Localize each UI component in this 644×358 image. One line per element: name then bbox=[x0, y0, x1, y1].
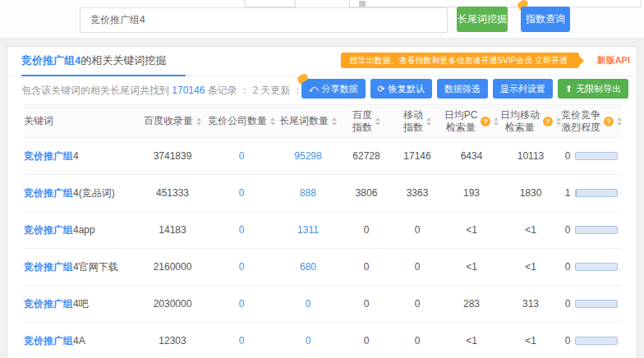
keyword-search-input[interactable] bbox=[80, 7, 448, 33]
恢复默认-button[interactable]: ⟳恢复默认 bbox=[370, 79, 432, 99]
pc-search-cell: 283 bbox=[443, 286, 500, 323]
summary-prefix: 包含该关键词的相关长尾词共找到 bbox=[21, 85, 172, 96]
longtail-count-cell-link[interactable]: 680 bbox=[300, 261, 316, 273]
keyword-cell: 竞价推广组4A bbox=[24, 323, 137, 358]
column-header[interactable]: 百度指数 bbox=[341, 105, 392, 138]
sort-icon[interactable] bbox=[494, 117, 499, 126]
column-header[interactable]: 移动指数 bbox=[392, 105, 443, 138]
bid-companies-cell: 0 bbox=[208, 323, 275, 358]
help-icon[interactable]: ? bbox=[481, 117, 490, 126]
table-row: 竞价推广组4A123030000<1<10 bbox=[24, 323, 622, 358]
table-body: 竞价推广组4374183909529862728171466434101130竞… bbox=[24, 138, 622, 358]
bid-heat-value: 0 bbox=[565, 150, 571, 162]
column-header-label: 竞价竞争激烈程度 bbox=[561, 109, 600, 134]
分享数据-button[interactable]: ⤺分享数据 bbox=[301, 79, 366, 99]
bid-companies-cell-link[interactable]: 0 bbox=[239, 335, 245, 347]
bid-companies-cell-link[interactable]: 0 bbox=[239, 224, 245, 236]
column-header[interactable]: 长尾词数量 bbox=[275, 105, 341, 138]
bid-heat-bar bbox=[575, 152, 618, 160]
column-header-label: 日均PC检索量 bbox=[444, 109, 478, 134]
bid-companies-cell-link[interactable]: 0 bbox=[239, 187, 245, 199]
result-summary: 包含该关键词的相关长尾词共找到 170146 条记录 ： 2 天更新 ： 查看教… bbox=[21, 84, 345, 98]
cropped-panel-edge bbox=[245, 0, 296, 7]
index-query-button[interactable]: 指数查询 bbox=[521, 7, 570, 32]
keyword-link[interactable]: 竞价推广组 bbox=[24, 187, 73, 199]
mobile-search-cell: 10113 bbox=[500, 138, 561, 175]
longtail-count-cell: 1311 bbox=[275, 212, 341, 249]
无限制导出-button[interactable]: ⬆无限制导出 bbox=[558, 79, 628, 99]
pc-index-cell: 62728 bbox=[341, 138, 392, 175]
pc-search-cell: <1 bbox=[443, 323, 500, 358]
sort-icon[interactable] bbox=[196, 117, 201, 126]
mobile-search-cell: <1 bbox=[500, 323, 561, 358]
longtail-count-cell-link[interactable]: 888 bbox=[300, 187, 316, 199]
keyword-link[interactable]: 竞价推广组 bbox=[24, 335, 73, 347]
keyword-link[interactable]: 竞价推广组 bbox=[24, 224, 73, 236]
export-icon: ⬆ bbox=[565, 85, 573, 94]
pc-search-cell: 6434 bbox=[443, 138, 500, 175]
数据筛选-button[interactable]: 数据筛选 bbox=[437, 79, 488, 99]
mobile-index-cell: 3363 bbox=[392, 175, 443, 212]
svip-promo-banner[interactable]: 想导出数据、查看指数和更多信息请开通SVIP会员 立即开通 bbox=[341, 53, 579, 68]
keyword-suffix: 4app bbox=[73, 224, 95, 236]
help-icon[interactable]: ? bbox=[543, 117, 553, 126]
pc-search-cell: <1 bbox=[443, 212, 500, 249]
bid-companies-cell: 0 bbox=[208, 138, 275, 175]
tab-row: 竞价推广组4的相关关键词挖掘 想导出数据、查看指数和更多信息请开通SVIP会员 … bbox=[7, 47, 637, 76]
longtail-count-cell-link[interactable]: 0 bbox=[306, 335, 311, 347]
keyword-cell: 竞价推广组4官网下载 bbox=[24, 249, 137, 286]
longtail-count-cell-link[interactable]: 1311 bbox=[297, 224, 319, 236]
table-row: 竞价推广组4官网下载2160000068000<1<10 bbox=[24, 249, 622, 286]
longtail-count-cell-link[interactable]: 95298 bbox=[294, 150, 321, 162]
sort-icon[interactable] bbox=[375, 117, 380, 126]
column-header-label: 日均移动检索量 bbox=[500, 109, 540, 134]
table-header-row: 关键词百度收录量竞价公司数量长尾词数量百度指数移动指数日均PC检索量?日均移动检… bbox=[24, 105, 622, 138]
pc-index-cell: 3806 bbox=[341, 175, 392, 212]
column-header-label: 百度指数 bbox=[352, 109, 372, 134]
longtail-count-cell-link[interactable]: 0 bbox=[306, 298, 311, 310]
help-icon[interactable]: ? bbox=[604, 117, 614, 126]
column-header[interactable]: 竞价公司数量 bbox=[208, 105, 275, 138]
refresh-icon: ⟳ bbox=[378, 85, 385, 94]
column-header-label: 移动指数 bbox=[403, 109, 423, 134]
result-panel: 竞价推广组4的相关关键词挖掘 想导出数据、查看指数和更多信息请开通SVIP会员 … bbox=[7, 46, 637, 358]
bid-companies-cell-link[interactable]: 0 bbox=[239, 298, 245, 310]
baidu-total-cell: 12303 bbox=[137, 323, 208, 358]
显示列设置-button[interactable]: 显示列设置 bbox=[493, 79, 553, 99]
toolbar-button-label: 分享数据 bbox=[322, 79, 358, 99]
column-header-label: 关键词 bbox=[24, 115, 53, 127]
column-header[interactable]: 百度收录量 bbox=[137, 105, 208, 138]
column-header: 关键词 bbox=[24, 105, 137, 138]
cropped-icon bbox=[359, 1, 366, 7]
tab-keyword-highlight: 竞价推广组4 bbox=[21, 54, 80, 67]
sort-icon[interactable] bbox=[332, 117, 337, 126]
mobile-search-cell: 313 bbox=[500, 286, 561, 323]
bid-companies-cell-link[interactable]: 0 bbox=[239, 261, 245, 273]
longtail-mine-button[interactable]: 长尾词挖掘 bbox=[457, 7, 508, 32]
keyword-link[interactable]: 竞价推广组 bbox=[24, 150, 73, 162]
table-row: 竞价推广组4(竞品词)45133308883806336319318301 bbox=[24, 175, 622, 212]
column-header[interactable]: 日均PC检索量? bbox=[443, 105, 500, 138]
sort-icon[interactable] bbox=[426, 117, 431, 126]
api-link[interactable]: 新版API bbox=[597, 54, 630, 67]
bid-heat-bar bbox=[575, 300, 618, 308]
bid-heat-value: 0 bbox=[565, 335, 571, 347]
column-header[interactable]: 日均移动检索量? bbox=[500, 105, 561, 138]
bid-heat-value: 0 bbox=[565, 224, 571, 236]
pc-index-cell: 0 bbox=[341, 286, 392, 323]
pc-index-cell: 0 bbox=[341, 212, 392, 249]
keyword-suffix: 4(竞品词) bbox=[73, 187, 115, 199]
column-header[interactable]: 竞价竞争激烈程度? bbox=[561, 105, 622, 138]
bid-companies-cell: 0 bbox=[208, 212, 275, 249]
bid-companies-cell-link[interactable]: 0 bbox=[239, 150, 245, 162]
keyword-link[interactable]: 竞价推广组 bbox=[24, 298, 73, 310]
keyword-link[interactable]: 竞价推广组 bbox=[24, 261, 73, 273]
sort-icon[interactable] bbox=[617, 117, 622, 126]
tab-related-keywords[interactable]: 竞价推广组4的相关关键词挖掘 bbox=[21, 53, 166, 68]
bid-companies-cell: 0 bbox=[208, 249, 275, 286]
sort-icon[interactable] bbox=[270, 117, 275, 126]
keyword-cell: 竞价推广组4吧 bbox=[24, 286, 137, 323]
pc-index-cell: 0 bbox=[341, 323, 392, 358]
toolbar-button-label: 显示列设置 bbox=[500, 79, 545, 99]
bid-heat-value: 1 bbox=[565, 187, 571, 199]
